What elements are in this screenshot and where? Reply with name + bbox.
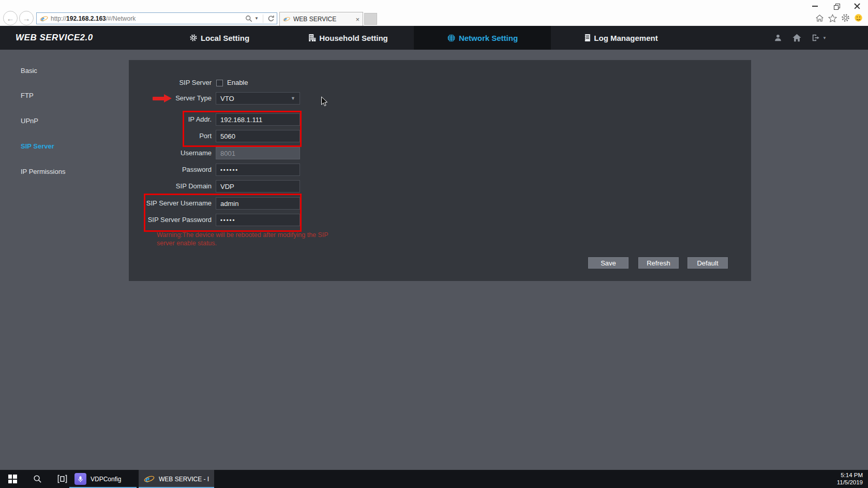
task-label: WEB SERVICE - Inte... (159, 476, 209, 483)
svg-text:e: e (145, 474, 149, 484)
warning-line-2: server enable status. (157, 240, 328, 248)
window-restore-button[interactable] (827, 0, 846, 12)
warning-line-1: Warning:The device will be rebooted afte… (157, 231, 328, 240)
globe-icon (447, 34, 456, 42)
user-icon[interactable] (773, 33, 783, 42)
tab-title: WEB SERVICE (293, 16, 352, 23)
ie-icon: e (283, 16, 290, 23)
username-input (216, 147, 300, 159)
browser-tab[interactable]: e WEB SERVICE × (279, 12, 363, 26)
browser-back-button[interactable]: ← (3, 11, 18, 25)
app-navbar: WEB SERVICE2.0 Local Setting Household S… (0, 26, 868, 50)
ie-icon: e (40, 14, 48, 23)
tab-household-setting[interactable]: Household Setting (308, 26, 388, 50)
sip-server-password-label: SIP Server Password (129, 214, 212, 226)
sidebar-item-ip-permissions[interactable]: IP Permissions (21, 168, 65, 176)
settings-gear-icon[interactable] (841, 13, 850, 22)
sip-server-username-input[interactable] (216, 197, 300, 210)
tab-log-management[interactable]: Log Management (583, 26, 657, 50)
task-view-icon (57, 475, 67, 483)
gear-icon (189, 34, 198, 42)
logout-button[interactable]: ▼ (811, 33, 827, 42)
enable-label: Enable (227, 77, 248, 89)
building-icon (308, 34, 316, 42)
new-tab-button[interactable] (364, 13, 377, 25)
sip-domain-input[interactable] (216, 180, 300, 193)
default-button[interactable]: Default (687, 257, 728, 269)
url-text: http://192.168.2.163/#/Network (51, 15, 245, 22)
warning-text: Warning:The device will be rebooted afte… (157, 231, 328, 247)
tab-local-setting[interactable]: Local Setting (189, 26, 249, 50)
password-input[interactable] (216, 164, 300, 176)
tab-label: Local Setting (201, 34, 249, 42)
sip-server-username-label: SIP Server Username (129, 197, 212, 210)
favorites-star-icon[interactable] (828, 14, 837, 22)
taskbar-search-button[interactable] (25, 470, 50, 488)
svg-text:e: e (284, 16, 287, 23)
tab-label: Log Management (594, 34, 657, 42)
logout-caret-icon: ▼ (822, 36, 827, 40)
server-type-dropdown[interactable]: VTO ▼ (216, 92, 300, 105)
close-icon (854, 3, 860, 9)
chevron-down-icon: ▼ (291, 96, 295, 101)
forward-arrow-icon: → (23, 14, 31, 23)
port-input[interactable] (216, 130, 300, 142)
ie-icon: e (144, 474, 155, 484)
feedback-smiley-icon[interactable] (854, 13, 863, 22)
divider (263, 14, 263, 23)
ip-addr-label: IP Addr. (129, 113, 212, 126)
tab-close-icon[interactable]: × (355, 16, 360, 23)
browser-chrome: ← → e http://192.168.2.163/#/Network ▼ e… (0, 0, 868, 26)
address-bar[interactable]: e http://192.168.2.163/#/Network ▼ (36, 12, 277, 24)
back-arrow-icon: ← (7, 14, 14, 23)
password-label: Password (129, 164, 212, 176)
taskbar-clock[interactable]: 5:14 PM 11/5/2019 (837, 470, 863, 488)
logout-icon (811, 33, 821, 42)
ip-addr-input[interactable] (216, 113, 300, 126)
clock-date: 11/5/2019 (837, 479, 863, 486)
username-label: Username (129, 147, 212, 159)
sip-server-label: SIP Server (129, 77, 212, 89)
search-icon[interactable] (245, 15, 252, 22)
server-type-label: Server Type (129, 92, 212, 105)
window-minimize-button[interactable] (805, 0, 825, 12)
save-button[interactable]: Save (588, 257, 628, 269)
server-type-value: VTO (220, 95, 234, 102)
search-dropdown-caret-icon[interactable]: ▼ (255, 16, 259, 21)
taskbar: VDPConfig e WEB SERVICE - Inte... 5:14 P… (0, 470, 868, 488)
clock-time: 5:14 PM (837, 472, 863, 479)
start-button[interactable] (0, 470, 25, 488)
taskbar-task-vdpconfig[interactable]: VDPConfig (69, 470, 137, 488)
log-notebook-icon (583, 34, 591, 42)
browser-forward-button[interactable]: → (19, 11, 34, 25)
svg-text:e: e (41, 14, 44, 22)
minimize-icon (812, 6, 818, 7)
sip-server-password-input[interactable] (216, 214, 300, 226)
sip-server-form-panel: SIP Server Enable Server Type VTO ▼ IP A… (129, 60, 751, 281)
search-icon (33, 475, 42, 483)
taskbar-task-web-service[interactable]: e WEB SERVICE - Inte... (139, 470, 214, 488)
enable-checkbox[interactable] (216, 80, 223, 86)
port-label: Port (129, 130, 212, 142)
tab-label: Network Setting (459, 34, 518, 42)
vdpconfig-app-icon (74, 473, 86, 485)
tab-network-setting[interactable]: Network Setting (414, 26, 551, 50)
tab-label: Household Setting (319, 34, 388, 42)
sidebar-item-basic[interactable]: Basic (21, 67, 37, 75)
app-logo: WEB SERVICE2.0 (16, 26, 93, 50)
home-icon[interactable] (815, 14, 824, 22)
sip-domain-label: SIP Domain (129, 180, 212, 193)
sidebar-item-ftp[interactable]: FTP (21, 92, 34, 100)
task-label: VDPConfig (91, 476, 121, 483)
screen: ← → e http://192.168.2.163/#/Network ▼ e… (0, 0, 868, 488)
restore-icon (834, 4, 840, 9)
windows-logo-icon (8, 475, 17, 483)
home-icon[interactable] (792, 33, 802, 42)
window-close-button[interactable] (847, 0, 867, 12)
sidebar-item-sip-server[interactable]: SIP Server (21, 142, 54, 151)
sidebar-item-upnp[interactable]: UPnP (21, 117, 38, 125)
refresh-icon[interactable] (267, 15, 275, 22)
refresh-button[interactable]: Refresh (638, 257, 679, 269)
